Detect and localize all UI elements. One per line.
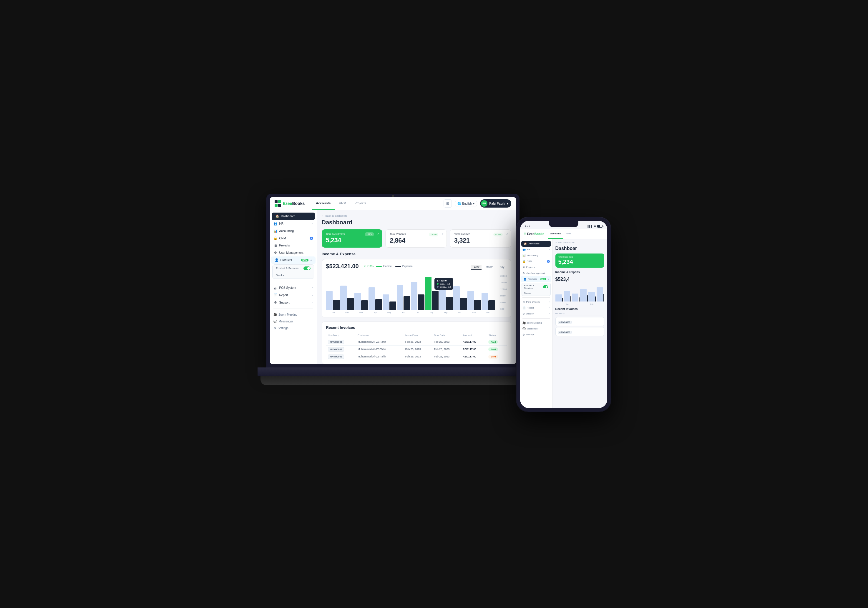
phone-expense-bar-3 <box>587 295 588 301</box>
expense-bar-9 <box>460 298 467 310</box>
chart-bar-group-3 <box>369 287 382 310</box>
notifications-button[interactable]: ⊞ <box>443 199 452 208</box>
phone-body: 🏠 Dashboard 👥 HR › 📊 Accounting 🔒 <box>520 239 607 408</box>
ps-report-icon: 📄 <box>522 307 526 309</box>
ps-divider-2 <box>522 318 550 319</box>
user-mgmt-icon: ⚙ <box>273 251 277 255</box>
invoices-badge: ↑12% <box>493 233 503 236</box>
expense-bar-10 <box>474 300 481 310</box>
ps-item-crm[interactable]: 🔒 CRM 8 <box>520 259 552 264</box>
report-icon: 📄 <box>273 293 277 297</box>
product-services-toggle[interactable] <box>304 267 310 270</box>
sidebar-item-messenger[interactable]: 💬 Messenger <box>270 318 317 325</box>
sidebar-item-user-management[interactable]: ⚙ User Management <box>270 249 317 256</box>
ps-item-user-mgmt[interactable]: ⚙ User Management <box>520 270 552 276</box>
cell-issue-2: Feb 25, 2023 <box>403 353 432 360</box>
ps-pos-label: POS System <box>526 301 548 303</box>
pos-arrow-icon: › <box>312 287 313 289</box>
tab-month[interactable]: Month <box>483 265 495 270</box>
home-icon: 🏠 <box>275 214 279 218</box>
sidebar-item-pos[interactable]: 🖨 POS System › <box>270 284 317 292</box>
cell-due-1: Feb 25, 2023 <box>432 345 460 353</box>
sidebar-item-settings[interactable]: ⚙ Settings <box>270 325 317 332</box>
ps-item-settings[interactable]: ⚙ Settings <box>520 332 552 338</box>
phone-nav-hrm[interactable]: HRM <box>563 229 574 239</box>
income-bar-10 <box>467 291 474 310</box>
sidebar-item-zoom[interactable]: 🎥 Zoom Meeting <box>270 311 317 318</box>
ps-item-report[interactable]: 📄 Report › <box>520 305 552 311</box>
sidebar-settings-label: Settings <box>278 327 288 330</box>
ps-pos-icon: 🖨 <box>522 301 525 304</box>
sidebar-item-dashboard[interactable]: 🏠 Dashboard <box>272 212 315 220</box>
ps-item-support[interactable]: ⚙ Support › <box>520 311 552 317</box>
tab-day[interactable]: Day <box>497 265 507 270</box>
sidebar-projects-label: Projects <box>279 244 313 247</box>
ie-tabs: Year Month Day <box>471 265 507 270</box>
phone-chart-group-3 <box>580 289 588 301</box>
ps-submenu-services[interactable]: Product & Services <box>522 283 550 291</box>
phone-chart-group-4 <box>588 292 596 301</box>
language-label: English <box>462 202 472 205</box>
ps-item-products[interactable]: 👤 Products NEW ∧ <box>521 276 551 282</box>
submenu-product-services[interactable]: Product & Services <box>273 265 314 272</box>
ps-hr-arrow: › <box>549 248 550 251</box>
sidebar-item-report[interactable]: 📄 Report › <box>270 292 317 299</box>
nav-tab-projects[interactable]: Projects <box>350 197 370 210</box>
ps-item-accounting[interactable]: 📊 Accounting <box>520 253 552 259</box>
ps-item-zoom[interactable]: 🎥 Zoom Meeting <box>520 320 552 326</box>
income-bar-11 <box>482 293 488 310</box>
chart-bar-group-8 <box>439 289 453 310</box>
phone-nav-accounts[interactable]: Accounts <box>548 229 563 239</box>
sidebar-item-crm[interactable]: 🔒 CRM 8 <box>270 235 317 242</box>
phone-screen: 9:41 ▌▌▌ ≋ ⊞EzeeBooks Accounts HRM <box>520 221 607 408</box>
expense-legend: Expense <box>395 265 413 268</box>
sidebar-item-accounting[interactable]: 📊 Accounting <box>270 227 317 235</box>
ps-submenu-stocks[interactable]: Stocks <box>522 291 550 296</box>
sidebar-item-support[interactable]: ⚙ Support › <box>270 299 317 306</box>
crm-badge: 8 <box>310 237 313 240</box>
vendors-badge: ↑12% <box>429 233 438 236</box>
nav-tab-hrm[interactable]: HRM <box>335 197 350 210</box>
ps-pos-arrow: › <box>549 301 550 303</box>
x-mar: Mar <box>354 312 368 313</box>
x-jul: Jul <box>410 312 425 313</box>
tab-year[interactable]: Year <box>471 265 482 270</box>
nav-tab-accounts[interactable]: Accounts <box>312 197 335 210</box>
invoices-section: Recent Invoices Number ↑↓ Customer Issue… <box>322 321 511 364</box>
submenu-stocks[interactable]: Stocks <box>273 272 314 279</box>
phone-header: ⊞EzeeBooks Accounts HRM <box>520 229 607 239</box>
ps-services-toggle[interactable] <box>543 285 548 288</box>
chart-bar-group-4 <box>383 295 396 310</box>
phone: 9:41 ▌▌▌ ≋ ⊞EzeeBooks Accounts HRM <box>516 217 611 412</box>
language-selector[interactable]: 🌐 English ▾ <box>455 201 477 206</box>
phone-income-bar-1 <box>564 291 570 301</box>
income-bar-8 <box>439 289 446 310</box>
ps-item-hr[interactable]: 👥 HR › <box>520 247 552 253</box>
phone-logo: ⊞EzeeBooks <box>524 232 544 236</box>
sidebar-item-hr[interactable]: 👥 HR › <box>270 220 317 227</box>
phone-status-icons: ▌▌▌ ≋ <box>587 225 602 228</box>
chart-bar-group-10 <box>467 291 481 310</box>
tooltip-date: 17 June <box>437 279 451 282</box>
ps-item-messenger[interactable]: 💬 Messenger <box>520 326 552 332</box>
ps-item-projects[interactable]: 🖥 Projects <box>520 264 552 270</box>
income-expense-title: Income & Expense <box>322 252 511 256</box>
cell-amount-0: AED117.00 <box>461 338 487 345</box>
user-menu-button[interactable]: RP Rafał Pacyk ▾ <box>480 199 511 208</box>
sidebar-item-products[interactable]: 👤 Products NEW ∧ <box>271 256 316 264</box>
accounting-icon: 📊 <box>273 229 277 233</box>
hr-icon: 👥 <box>273 222 277 225</box>
products-submenu: Product & Services Stocks <box>272 264 315 279</box>
ps-item-pos[interactable]: 🖨 POS System › <box>520 299 552 305</box>
growth-value: ↑12% <box>367 265 374 268</box>
sidebar-item-projects[interactable]: 🖥 Projects <box>270 242 317 249</box>
phone-x-jan: Jan <box>555 303 580 305</box>
phone-inv-num-1: #INVO0003 <box>558 321 572 324</box>
ps-support-arrow: › <box>549 313 550 315</box>
ie-amount: $523,421.00 <box>326 263 359 270</box>
expense-bar-1 <box>347 298 354 310</box>
messenger-icon: 💬 <box>273 320 277 323</box>
income-legend: Income <box>376 265 392 268</box>
phone-income-title: Income & Expense <box>555 270 604 274</box>
ps-item-dashboard[interactable]: 🏠 Dashboard <box>521 241 551 247</box>
